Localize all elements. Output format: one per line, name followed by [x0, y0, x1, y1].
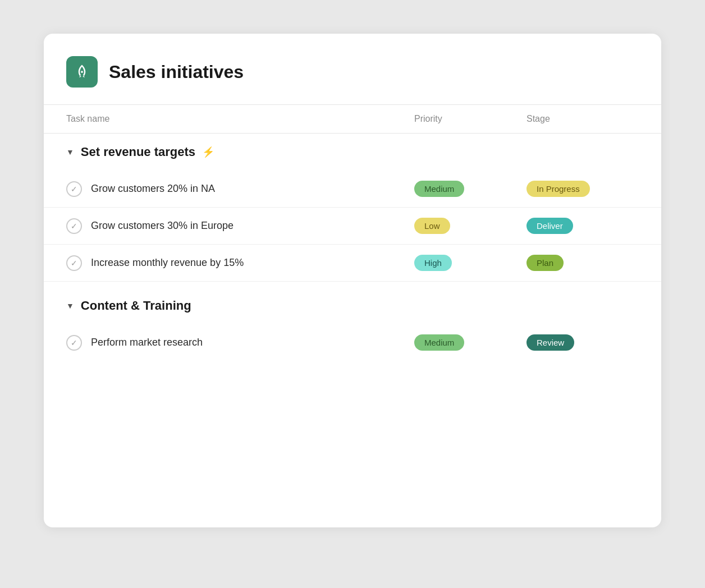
priority-badge: Medium — [414, 334, 464, 351]
priority-cell: Low — [414, 218, 527, 234]
stage-cell: In Progress — [527, 181, 639, 197]
chevron-down-icon: ▼ — [66, 148, 74, 157]
check-icon[interactable]: ✓ — [66, 181, 82, 197]
group-header-1[interactable]: ▼ Set revenue targets ⚡ — [44, 134, 661, 171]
table-header-row: Task name Priority Stage — [44, 104, 661, 134]
task-name-cell: ✓ Grow customers 20% in NA — [66, 181, 414, 197]
task-name-cell: ✓ Perform market research — [66, 335, 414, 351]
tasks-table: Task name Priority Stage ▼ Set revenue t… — [44, 104, 661, 361]
check-icon[interactable]: ✓ — [66, 335, 82, 351]
check-icon[interactable]: ✓ — [66, 218, 82, 234]
task-name: Grow customers 20% in NA — [91, 183, 215, 195]
priority-badge: High — [414, 255, 452, 271]
task-name: Increase monthly revenue by 15% — [91, 257, 244, 269]
group-header-2[interactable]: ▼ Content & Training — [44, 287, 661, 324]
stage-cell: Deliver — [527, 218, 639, 234]
lightning-icon: ⚡ — [202, 146, 214, 158]
priority-cell: Medium — [414, 181, 527, 197]
stage-badge: Review — [527, 334, 574, 351]
priority-badge: Low — [414, 218, 450, 234]
stage-badge: In Progress — [527, 181, 590, 197]
main-card: Sales initiatives Task name Priority Sta… — [44, 34, 661, 527]
stage-badge: Deliver — [527, 218, 573, 234]
table-row[interactable]: ✓ Grow customers 20% in NA Medium In Pro… — [44, 171, 661, 208]
col-header-task-name: Task name — [66, 114, 414, 124]
app-icon — [66, 56, 98, 88]
rocket-icon — [74, 63, 90, 80]
group-title-2: Content & Training — [81, 298, 191, 313]
task-name-cell: ✓ Increase monthly revenue by 15% — [66, 255, 414, 271]
priority-badge: Medium — [414, 181, 464, 197]
priority-cell: Medium — [414, 334, 527, 351]
stage-cell: Plan — [527, 255, 639, 271]
svg-point-0 — [81, 71, 83, 73]
col-header-stage: Stage — [527, 114, 639, 124]
group-title-1: Set revenue targets — [81, 145, 195, 159]
check-icon[interactable]: ✓ — [66, 255, 82, 271]
col-header-priority: Priority — [414, 114, 527, 124]
page-title: Sales initiatives — [109, 62, 244, 82]
task-name-cell: ✓ Grow customers 30% in Europe — [66, 218, 414, 234]
table-row[interactable]: ✓ Increase monthly revenue by 15% High P… — [44, 245, 661, 282]
chevron-down-icon: ▼ — [66, 301, 74, 310]
task-name: Perform market research — [91, 337, 203, 348]
stage-cell: Review — [527, 334, 639, 351]
table-row[interactable]: ✓ Grow customers 30% in Europe Low Deliv… — [44, 208, 661, 245]
stage-badge: Plan — [527, 255, 564, 271]
priority-cell: High — [414, 255, 527, 271]
task-name: Grow customers 30% in Europe — [91, 220, 234, 232]
page-header: Sales initiatives — [44, 56, 661, 104]
table-row[interactable]: ✓ Perform market research Medium Review — [44, 324, 661, 361]
